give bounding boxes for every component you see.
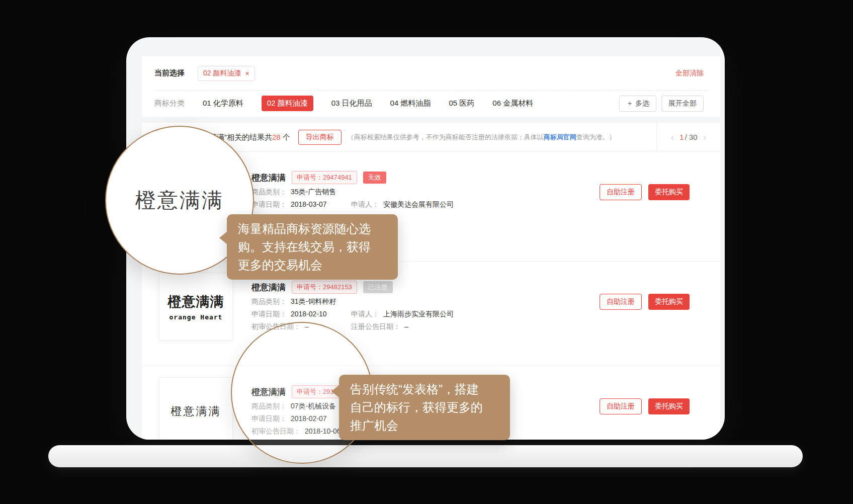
magnified-trademark-text: 橙意满满	[135, 187, 224, 214]
row-actions: 自助注册 委托购买	[600, 398, 690, 414]
category-row: 商标分类 01 化学原料 02 颜料油漆 03 日化用品 04 燃料油脂 05 …	[154, 90, 704, 117]
category-item-01[interactable]: 01 化学原料	[203, 99, 243, 108]
laptop-base	[48, 445, 803, 467]
page-total: 30	[689, 133, 698, 141]
detail-value: 31类-饲料种籽	[291, 297, 336, 305]
detail-label: 申请人：	[351, 310, 379, 318]
page-separator: /	[685, 133, 687, 141]
self-register-button[interactable]: 自助注册	[600, 398, 642, 414]
tooltip-line: 告别传统“发表格”，搭建	[350, 380, 499, 398]
results-unit: 个	[281, 133, 290, 141]
selected-filter-tag[interactable]: 02 颜料油漆 ×	[198, 66, 255, 81]
tooltip-line: 推广机会	[350, 416, 499, 435]
detail-label: 商品类别：	[251, 297, 287, 305]
row-title-line: 橙意满满 申请号：29482153 已注册	[251, 281, 393, 294]
trademark-name: 橙意满满	[251, 172, 286, 184]
row-actions: 自助注册 委托购买	[600, 294, 690, 310]
close-icon[interactable]: ×	[245, 70, 249, 77]
tooltip-line: 更多的交易机会	[238, 256, 387, 274]
tooltip-promotion: 告别传统“发表格”，搭建 自己的标行，获得更多的 推广机会	[339, 375, 510, 440]
application-number-tag: 申请号：29474941	[292, 171, 357, 184]
trademark-logo-text: 橙意满满	[171, 404, 221, 419]
filter-panel: 当前选择 02 颜料油漆 × 全部清除 商标分类 01 化学原料 02 颜料油漆…	[142, 56, 720, 117]
trademark-logo-subtext: orange Heart	[169, 313, 223, 321]
row-actions: 自助注册 委托购买	[600, 184, 690, 200]
category-item-05[interactable]: 05 医药	[449, 99, 474, 108]
category-item-06[interactable]: 06 金属材料	[492, 99, 533, 108]
tooltip-line: 海量精品商标资源随心选	[238, 220, 387, 238]
chevron-left-icon[interactable]: ‹	[671, 132, 674, 142]
detail-label: 商品类别：	[251, 188, 287, 196]
tooltip-line: 购。支持在线交易，获得	[238, 238, 387, 256]
detail-value: –	[404, 322, 408, 330]
application-number-tag: 申请号：29482153	[292, 281, 357, 294]
application-number-value: 29482153	[323, 283, 352, 291]
expand-all-button[interactable]: 展开全部	[661, 96, 704, 112]
selected-filter-tag-label: 02 颜料油漆	[203, 69, 241, 78]
current-selection-label: 当前选择	[154, 68, 185, 78]
row-title-line: 橙意满满 申请号：29474941 无效	[251, 171, 386, 184]
pagination: ‹ 1/ 30 ›	[656, 123, 720, 151]
detail-label: 注册公告日期：	[351, 322, 400, 330]
trademark-name: 橙意满满	[251, 282, 286, 293]
detail-line: 申请日期：2018-03-07 申请人：安徽美达会展有限公司	[251, 200, 614, 209]
page-current: 1	[679, 133, 684, 141]
detail-label: 申请人：	[351, 200, 379, 208]
detail-line: 申请日期：2018-02-10 申请人：上海雨步实业有限公司	[251, 310, 614, 319]
entrust-purchase-button[interactable]: 委托购买	[648, 184, 690, 200]
category-label: 商标分类	[154, 99, 185, 108]
detail-line: 商品类别：31类-饲料种籽	[251, 297, 614, 306]
detail-pair: 申请人：上海雨步实业有限公司	[351, 310, 454, 319]
results-count: 28	[272, 133, 281, 141]
category-item-02-selected[interactable]: 02 颜料油漆	[262, 96, 313, 111]
multi-select-button[interactable]: ＋ 多选	[619, 96, 656, 112]
detail-line: 商品类别：35类-广告销售	[251, 188, 614, 197]
self-register-button[interactable]: 自助注册	[600, 294, 642, 310]
trademark-image-2: 橙意满满 orange Heart	[159, 273, 233, 341]
category-item-03[interactable]: 03 日化用品	[331, 99, 372, 108]
detail-label: 申请日期：	[251, 310, 287, 318]
detail-value: 2018-03-07	[291, 200, 327, 208]
detail-value: 35类-广告销售	[291, 188, 336, 196]
disclaimer-note: （商标检索结果仅供参考，不作为商标能否注册的法律依据；具体以商标局官网查询为准。…	[348, 133, 616, 142]
stage: 当前选择 02 颜料油漆 × 全部清除 商标分类 01 化学原料 02 颜料油漆…	[0, 0, 853, 504]
application-number-label: 申请号：	[297, 283, 323, 291]
clear-all-button[interactable]: 全部清除	[675, 69, 704, 78]
category-item-04[interactable]: 04 燃料油脂	[390, 99, 431, 108]
status-badge: 已注册	[363, 281, 393, 293]
chevron-right-icon[interactable]: ›	[703, 132, 706, 142]
current-selection-row: 当前选择 02 颜料油漆 × 全部清除	[154, 56, 704, 90]
status-badge: 无效	[363, 172, 386, 184]
entrust-purchase-button[interactable]: 委托购买	[648, 398, 690, 414]
tooltip-marketplace: 海量精品商标资源随心选 购。支持在线交易，获得 更多的交易机会	[227, 214, 398, 280]
disclaimer-after: 查询为准。）	[576, 133, 616, 141]
detail-value: 2018-02-10	[291, 310, 327, 318]
trademark-office-link[interactable]: 商标局官网	[544, 133, 576, 141]
detail-label: 申请日期：	[251, 200, 287, 208]
self-register-button[interactable]: 自助注册	[600, 184, 642, 200]
application-number-value: 29474941	[323, 174, 352, 181]
disclaimer-before: （商标检索结果仅供参考，不作为商标能否注册的法律依据；具体以	[348, 133, 544, 141]
entrust-purchase-button[interactable]: 委托购买	[648, 294, 690, 310]
trademark-image-3: 橙意满满	[159, 377, 233, 440]
detail-value: 安徽美达会展有限公司	[383, 200, 454, 208]
detail-pair: 注册公告日期：–	[351, 322, 408, 331]
tooltip-line: 自己的标行，获得更多的	[350, 398, 499, 416]
detail-pair: 申请人：安徽美达会展有限公司	[351, 200, 454, 209]
trademark-logo-text: 橙意满满	[168, 293, 224, 311]
application-number-label: 申请号：	[297, 174, 323, 181]
detail-value: 上海雨步实业有限公司	[383, 310, 454, 318]
page-indicator: 1/ 30	[679, 133, 697, 141]
export-trademarks-button[interactable]: 导出商标	[298, 130, 342, 145]
